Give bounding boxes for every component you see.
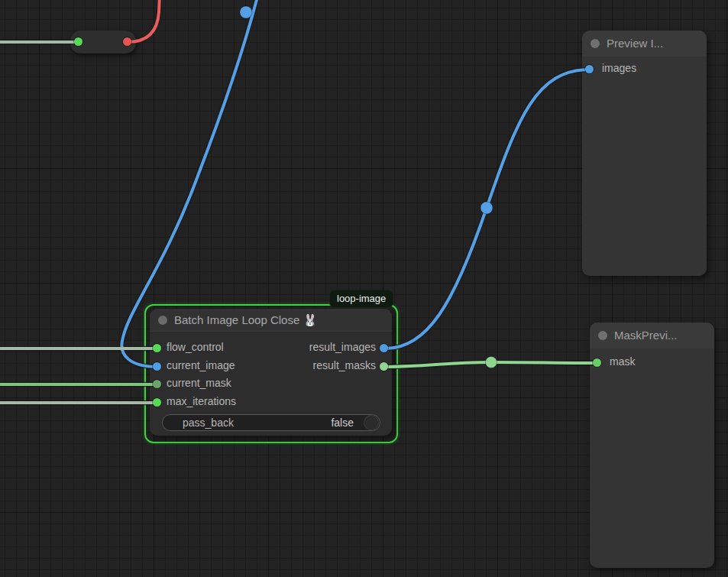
node-badge-loop-image: loop-image bbox=[330, 290, 393, 307]
toggle-knob-icon[interactable] bbox=[364, 416, 378, 430]
node-title: MaskPrevi... bbox=[614, 329, 678, 342]
port-flow-control[interactable] bbox=[153, 344, 161, 352]
port-result-images[interactable] bbox=[380, 344, 388, 352]
node-preview-image[interactable]: Preview I... images bbox=[582, 31, 707, 276]
input-label-images: images bbox=[602, 62, 636, 74]
node-title: Batch Image Loop Close 🐰 bbox=[174, 313, 317, 327]
input-label-current-mask: current_mask bbox=[167, 377, 231, 389]
link-dot-blue-top[interactable] bbox=[240, 6, 252, 18]
port-images[interactable] bbox=[585, 65, 594, 73]
port-collapsed-output[interactable] bbox=[123, 37, 131, 46]
port-result-masks[interactable] bbox=[380, 362, 388, 371]
widget-name: pass_back bbox=[183, 417, 234, 429]
link-dot-green-mid[interactable] bbox=[486, 357, 497, 368]
link-dot-blue-mid[interactable] bbox=[480, 202, 493, 214]
collapse-dot-icon[interactable] bbox=[158, 316, 167, 325]
collapse-dot-icon[interactable] bbox=[590, 39, 600, 48]
port-collapsed-input[interactable] bbox=[74, 37, 83, 46]
wire-result-masks-to-mask bbox=[384, 362, 597, 367]
node-header[interactable]: MaskPrevi... bbox=[590, 323, 714, 348]
output-label-result-masks: result_masks bbox=[313, 359, 376, 371]
input-label-max-iterations: max_iterations bbox=[167, 395, 236, 407]
node-batch-image-loop-close[interactable]: Batch Image Loop Close 🐰 flow_control cu… bbox=[150, 309, 392, 436]
port-current-mask[interactable] bbox=[153, 380, 161, 388]
input-label-current-image: current_image bbox=[167, 359, 235, 371]
port-current-image[interactable] bbox=[153, 362, 161, 371]
wire-result-images-to-preview bbox=[384, 70, 590, 348]
widget-value: false bbox=[331, 417, 354, 429]
collapse-dot-icon[interactable] bbox=[598, 331, 607, 340]
node-header[interactable]: Preview I... bbox=[582, 31, 707, 57]
input-label-flow-control: flow_control bbox=[167, 341, 224, 353]
port-max-iterations[interactable] bbox=[153, 398, 161, 407]
pass-back-toggle-widget[interactable]: pass_back false bbox=[162, 414, 380, 431]
node-mask-preview[interactable]: MaskPrevi... mask bbox=[590, 323, 714, 568]
input-label-mask: mask bbox=[610, 355, 635, 368]
node-title: Preview I... bbox=[607, 37, 663, 50]
node-header[interactable]: Batch Image Loop Close 🐰 bbox=[150, 309, 392, 333]
port-mask[interactable] bbox=[593, 358, 601, 367]
output-label-result-images: result_images bbox=[309, 341, 376, 353]
node-graph-canvas[interactable]: Batch Image Loop Close 🐰 flow_control cu… bbox=[0, 0, 728, 577]
